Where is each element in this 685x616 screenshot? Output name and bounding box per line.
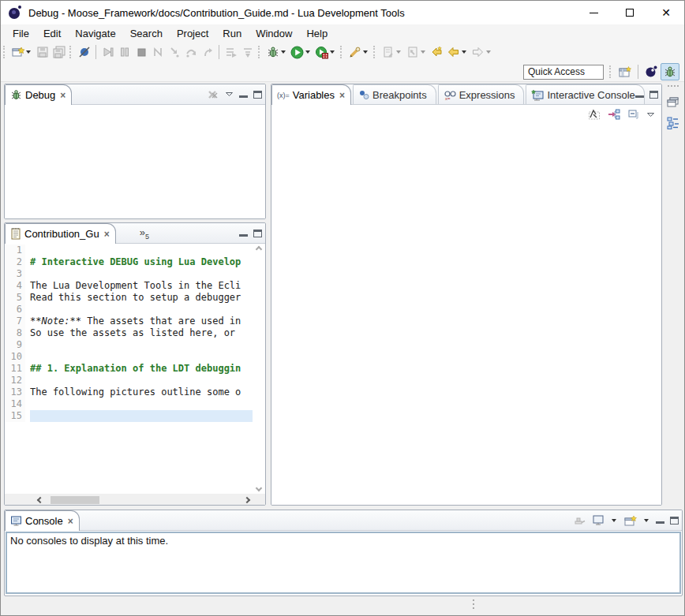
open-console-icon[interactable] xyxy=(623,513,637,527)
line-number[interactable]: 1 xyxy=(5,245,25,256)
step-over-button[interactable] xyxy=(182,43,199,61)
open-element-button[interactable] xyxy=(404,43,429,61)
editor-line[interactable]: 10 xyxy=(5,351,253,363)
debug-view-content[interactable] xyxy=(5,105,265,219)
minimize-view-icon[interactable] xyxy=(635,91,644,98)
maximize-view-icon[interactable] xyxy=(253,230,262,237)
external-tools-dropdown[interactable] xyxy=(363,50,368,54)
coverage-button[interactable] xyxy=(313,43,338,61)
tab-interactive-console[interactable]: Interactive Console xyxy=(526,84,644,104)
minimize-view-icon[interactable] xyxy=(239,230,248,237)
editor-line[interactable]: 8 So use the assets as listed here, or xyxy=(5,327,253,339)
editor-line[interactable]: 13 The following pictures outline some o xyxy=(5,386,253,398)
line-number[interactable]: 8 xyxy=(5,327,25,339)
run-history-button[interactable] xyxy=(223,43,239,61)
line-number[interactable]: 7 xyxy=(5,315,25,327)
restore-view-icon[interactable] xyxy=(667,95,680,108)
close-variables-icon[interactable]: × xyxy=(339,90,345,101)
toolbar-drag-handle[interactable] xyxy=(373,46,376,58)
view-menu-icon[interactable] xyxy=(225,91,234,97)
scroll-left-icon[interactable] xyxy=(37,497,43,503)
save-button[interactable] xyxy=(34,43,51,61)
quick-access-input[interactable]: Quick Access xyxy=(523,65,604,80)
close-editor-tab-icon[interactable]: × xyxy=(104,229,110,240)
toolbar-drag-handle[interactable] xyxy=(69,46,73,58)
toolbar-drag-handle[interactable] xyxy=(340,46,343,58)
line-number[interactable]: 4 xyxy=(5,280,25,292)
run-button[interactable] xyxy=(289,43,313,61)
console-content[interactable]: No consoles to display at this time. xyxy=(6,532,681,594)
new-file-dropdown[interactable] xyxy=(396,50,401,54)
collapse-all-icon[interactable] xyxy=(627,108,640,121)
editor-line[interactable]: 6 xyxy=(5,304,253,315)
show-logical-structure-icon[interactable] xyxy=(607,108,620,121)
lua-perspective-button[interactable] xyxy=(642,63,661,80)
close-debug-view-icon[interactable]: × xyxy=(60,90,66,101)
menu-navigate[interactable]: Navigate xyxy=(68,26,122,41)
menu-search[interactable]: Search xyxy=(123,26,170,41)
save-all-button[interactable] xyxy=(51,43,67,61)
editor-line[interactable]: 12 xyxy=(5,375,253,386)
editor-line[interactable]: 5 Read this section to setup a debugger xyxy=(5,292,253,304)
line-number[interactable]: 15 xyxy=(5,410,25,422)
tab-breakpoints[interactable]: Breakpoints xyxy=(353,84,436,104)
line-number[interactable]: 12 xyxy=(5,375,25,386)
maximize-view-icon[interactable] xyxy=(253,91,262,99)
terminate-button[interactable] xyxy=(133,43,149,61)
debug-dropdown[interactable] xyxy=(281,50,286,54)
line-number[interactable]: 11 xyxy=(5,363,25,375)
editor-line[interactable]: 1 xyxy=(5,245,253,256)
menu-file[interactable]: File xyxy=(6,26,36,41)
maximize-view-icon[interactable] xyxy=(649,91,658,99)
line-number[interactable]: 2 xyxy=(5,256,25,268)
run-dropdown[interactable] xyxy=(305,50,310,54)
minimize-window-button[interactable] xyxy=(575,1,612,24)
back-button[interactable] xyxy=(445,43,470,61)
scrollbar-thumb[interactable] xyxy=(51,496,99,504)
pin-console-icon[interactable] xyxy=(572,513,586,527)
open-element-dropdown[interactable] xyxy=(421,50,425,54)
line-number[interactable]: 6 xyxy=(5,304,25,315)
forward-dropdown[interactable] xyxy=(486,50,491,54)
menu-window[interactable]: Window xyxy=(249,26,299,41)
new-wizard-dropdown[interactable] xyxy=(26,50,31,54)
new-wizard-button[interactable] xyxy=(9,43,34,61)
editor-line[interactable]: 7 **Note:** The assets that are used in xyxy=(5,315,253,327)
disconnect-button[interactable] xyxy=(149,43,166,61)
view-menu-icon[interactable] xyxy=(646,112,655,118)
use-step-filters-button[interactable] xyxy=(239,43,256,61)
remove-terminated-icon[interactable] xyxy=(206,88,219,101)
line-number[interactable]: 10 xyxy=(5,351,25,363)
editor-line[interactable]: 11 ## 1. Explanation of the LDT debuggin xyxy=(5,363,253,375)
debug-perspective-button[interactable] xyxy=(661,63,679,80)
tab-console[interactable]: Console × xyxy=(5,510,80,531)
editor-vertical-scrollbar[interactable] xyxy=(253,244,265,494)
variables-view-content[interactable] xyxy=(271,124,661,505)
line-number[interactable]: 3 xyxy=(5,268,25,280)
outline-view-icon[interactable] xyxy=(667,116,680,129)
editor-horizontal-scrollbar[interactable] xyxy=(5,494,265,506)
toolbar-drag-handle[interactable] xyxy=(609,65,612,78)
forward-button[interactable] xyxy=(470,43,494,61)
line-number[interactable]: 9 xyxy=(5,339,25,351)
coverage-dropdown[interactable] xyxy=(330,50,335,54)
back-dropdown[interactable] xyxy=(462,50,466,54)
display-console-dropdown[interactable] xyxy=(612,519,616,522)
editor-line[interactable]: 15 xyxy=(5,410,253,422)
scroll-down-icon[interactable] xyxy=(256,485,262,491)
external-tools-button[interactable] xyxy=(346,43,371,61)
close-window-button[interactable]: ✕ xyxy=(648,1,684,24)
open-perspective-button[interactable] xyxy=(616,63,634,80)
editor-line[interactable]: 2 # Interactive DEBUG using Lua Develop xyxy=(5,256,253,268)
toolbar-drag-handle[interactable] xyxy=(3,46,6,58)
skip-all-breakpoints-button[interactable] xyxy=(76,43,92,61)
minimize-view-icon[interactable] xyxy=(656,517,664,524)
scroll-up-icon[interactable] xyxy=(256,246,262,252)
line-number[interactable]: 13 xyxy=(5,386,25,398)
trim-drag-handle[interactable] xyxy=(668,85,679,87)
display-selected-console-icon[interactable] xyxy=(591,513,605,527)
close-console-icon[interactable]: × xyxy=(68,516,73,527)
maximize-window-button[interactable] xyxy=(612,1,648,24)
tab-debug[interactable]: Debug × xyxy=(5,84,72,105)
open-console-dropdown[interactable] xyxy=(644,519,649,522)
